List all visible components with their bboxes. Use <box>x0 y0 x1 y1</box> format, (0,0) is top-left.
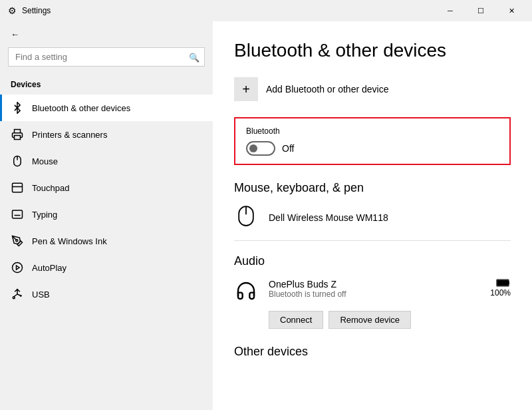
sidebar-item-printers[interactable]: Printers & scanners <box>0 121 213 148</box>
sidebar-item-bluetooth-label: Bluetooth & other devices <box>32 103 130 113</box>
audio-device-info: OnePlus Buds Z Bluetooth is turned off <box>269 279 479 299</box>
typing-icon <box>11 208 24 221</box>
add-device-icon: + <box>234 77 258 101</box>
bluetooth-toggle-row: Off <box>246 141 499 156</box>
sidebar-item-typing[interactable]: Typing <box>0 201 213 228</box>
sidebar-search-container: 🔍 <box>8 47 205 67</box>
pen-icon <box>11 234 24 248</box>
mouse-section-title: Mouse, keyboard, & pen <box>234 181 511 195</box>
mouse-device-item: Dell Wireless Mouse WM118 <box>234 206 511 230</box>
svg-marker-13 <box>17 266 20 270</box>
svg-point-12 <box>13 263 23 273</box>
touchpad-icon <box>11 181 24 194</box>
bluetooth-icon <box>11 101 24 114</box>
mouse-device-icon <box>234 206 258 230</box>
sidebar-item-typing-label: Typing <box>32 210 57 220</box>
bluetooth-section-label: Bluetooth <box>246 126 499 136</box>
content-area: Bluetooth & other devices + Add Bluetoot… <box>213 21 532 410</box>
plus-icon: + <box>242 82 250 97</box>
svg-line-15 <box>17 294 21 296</box>
audio-device-item: OnePlus Buds Z Bluetooth is turned off 1… <box>234 279 511 303</box>
page-title: Bluetooth & other devices <box>234 40 511 61</box>
svg-rect-3 <box>13 183 23 192</box>
search-icon: 🔍 <box>189 52 200 62</box>
minimize-button[interactable]: ─ <box>435 0 466 21</box>
back-button[interactable]: ← <box>0 21 213 47</box>
other-section-title: Other devices <box>234 345 511 359</box>
sidebar-item-mouse[interactable]: Mouse <box>0 148 213 174</box>
titlebar-left: ⚙ Settings <box>8 5 51 16</box>
bluetooth-section: Bluetooth Off <box>234 117 511 165</box>
audio-device-status: Bluetooth is turned off <box>269 290 479 299</box>
sidebar-item-touchpad[interactable]: Touchpad <box>0 174 213 201</box>
search-input[interactable] <box>8 47 205 67</box>
headphones-icon <box>234 279 258 303</box>
svg-line-14 <box>14 294 17 297</box>
sidebar-item-printers-label: Printers & scanners <box>32 130 107 140</box>
usb-icon <box>11 288 24 301</box>
sidebar-item-autoplay-label: AutoPlay <box>32 263 66 273</box>
svg-point-11 <box>16 240 18 242</box>
audio-section-title: Audio <box>234 254 511 268</box>
back-icon: ← <box>11 29 19 39</box>
settings-icon: ⚙ <box>8 5 17 16</box>
connect-button[interactable]: Connect <box>269 311 323 329</box>
battery-icon <box>496 279 511 287</box>
mouse-icon <box>11 154 24 168</box>
titlebar: ⚙ Settings ─ ☐ ✕ <box>0 0 532 21</box>
printer-icon <box>11 128 24 141</box>
remove-device-button[interactable]: Remove device <box>329 311 411 329</box>
sidebar: ← 🔍 Devices Bluetooth & other devices Pr <box>0 21 213 410</box>
audio-device-right: 100% <box>490 279 511 298</box>
battery-percent: 100% <box>490 288 511 298</box>
divider-audio <box>234 240 511 241</box>
toggle-track <box>246 141 275 156</box>
maximize-button[interactable]: ☐ <box>466 0 496 21</box>
app-body: ← 🔍 Devices Bluetooth & other devices Pr <box>0 21 532 410</box>
sidebar-section-title: Devices <box>0 77 213 95</box>
close-button[interactable]: ✕ <box>496 0 527 21</box>
mouse-device-name: Dell Wireless Mouse WM118 <box>269 212 388 223</box>
sidebar-item-mouse-label: Mouse <box>32 156 58 166</box>
bluetooth-toggle[interactable] <box>246 141 275 156</box>
sidebar-item-usb-label: USB <box>32 290 50 300</box>
svg-rect-0 <box>15 136 21 140</box>
bluetooth-state-label: Off <box>282 143 294 154</box>
add-device-label: Add Bluetooth or other device <box>266 84 388 95</box>
sidebar-item-usb[interactable]: USB <box>0 281 213 308</box>
audio-device-name: OnePlus Buds Z <box>269 279 479 290</box>
toggle-thumb <box>249 144 257 152</box>
sidebar-item-pen[interactable]: Pen & Windows Ink <box>0 228 213 254</box>
svg-rect-19 <box>497 280 508 286</box>
sidebar-item-bluetooth[interactable]: Bluetooth & other devices <box>0 95 213 121</box>
svg-rect-5 <box>13 210 23 218</box>
titlebar-controls: ─ ☐ ✕ <box>435 0 527 21</box>
sidebar-item-autoplay[interactable]: AutoPlay <box>0 254 213 281</box>
sidebar-item-pen-label: Pen & Windows Ink <box>32 236 107 246</box>
titlebar-title: Settings <box>22 6 51 15</box>
sidebar-item-touchpad-label: Touchpad <box>32 183 69 193</box>
autoplay-icon <box>11 261 24 274</box>
add-device-button[interactable]: + Add Bluetooth or other device <box>234 77 388 101</box>
audio-actions: Connect Remove device <box>269 311 511 329</box>
